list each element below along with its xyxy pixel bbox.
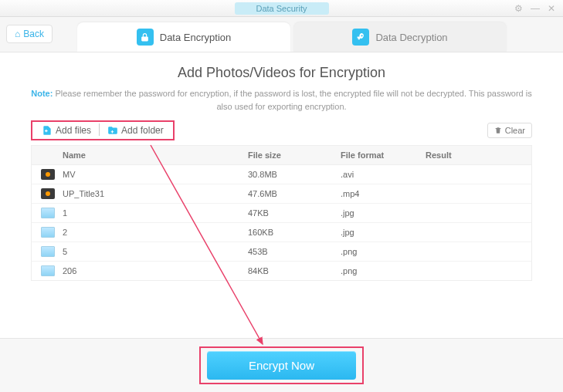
file-add-icon: [42, 125, 53, 136]
video-file-icon: [41, 188, 55, 199]
note-body: Please remember the password for encrypt…: [53, 89, 531, 111]
header-name: Name: [32, 150, 248, 160]
table-row[interactable]: UP_Title3147.6MB.mp4: [32, 184, 531, 204]
cell-size: 84KB: [248, 266, 341, 275]
image-file-icon: [41, 227, 55, 238]
key-icon: [352, 29, 369, 46]
titlebar: Data Security ⚙ — ✕: [0, 0, 563, 17]
home-icon: ⌂: [15, 29, 20, 39]
header-format: File format: [341, 150, 426, 160]
cell-format: .mp4: [341, 189, 426, 198]
table-row[interactable]: 20684KB.png: [32, 262, 531, 280]
cell-format: .avi: [341, 170, 426, 179]
add-files-button[interactable]: Add files: [37, 123, 96, 137]
add-group-highlight: Add files Add folder: [31, 120, 175, 140]
tab-data-encryption[interactable]: Data Encryption: [77, 22, 290, 52]
cell-size: 47KB: [248, 208, 341, 218]
file-table: Name File size File format Result MV30.8…: [31, 145, 532, 281]
note-label: Note:: [31, 89, 53, 98]
tab-label: Data Decryption: [375, 32, 447, 43]
encrypt-now-button[interactable]: Encrypt Now: [207, 351, 356, 380]
table-row[interactable]: 147KB.jpg: [32, 204, 531, 223]
image-file-icon: [41, 246, 55, 257]
table-header: Name File size File format Result: [32, 146, 531, 165]
folder-add-icon: [107, 125, 118, 136]
encrypt-highlight: Encrypt Now: [199, 346, 364, 384]
tab-strip: ⌂ Back Data Encryption Data Decryption: [0, 17, 563, 52]
back-label: Back: [23, 29, 44, 39]
cell-name: 206: [63, 266, 248, 275]
cell-size: 30.8MB: [248, 170, 341, 179]
trash-icon: [494, 127, 502, 134]
settings-icon[interactable]: ⚙: [514, 3, 523, 14]
minimize-icon[interactable]: —: [531, 3, 540, 14]
separator: [99, 123, 100, 136]
clear-label: Clear: [505, 126, 525, 135]
lock-icon: [137, 29, 154, 46]
header-result: Result: [426, 150, 531, 160]
cell-name: MV: [63, 170, 248, 179]
add-files-label: Add files: [56, 125, 91, 136]
window-controls: ⚙ — ✕: [514, 3, 563, 14]
window-title: Data Security: [234, 2, 328, 15]
cell-name: 1: [63, 208, 248, 218]
table-body: MV30.8MB.aviUP_Title3147.6MB.mp4147KB.jp…: [32, 165, 531, 280]
add-folder-button[interactable]: Add folder: [103, 123, 168, 137]
cell-format: .jpg: [341, 208, 426, 218]
cell-format: .png: [341, 247, 426, 256]
tab-label: Data Encryption: [160, 32, 232, 43]
video-file-icon: [41, 169, 55, 180]
tabs: Data Encryption Data Decryption: [77, 22, 510, 52]
cell-name: 5: [63, 247, 248, 256]
cell-size: 160KB: [248, 228, 341, 237]
footer: Encrypt Now: [0, 338, 563, 392]
cell-size: 47.6MB: [248, 189, 341, 198]
image-file-icon: [41, 208, 55, 218]
table-row[interactable]: 5453B.png: [32, 242, 531, 262]
close-icon[interactable]: ✕: [548, 3, 555, 14]
table-row[interactable]: 2160KB.jpg: [32, 223, 531, 242]
add-folder-label: Add folder: [121, 125, 164, 136]
cell-format: .png: [341, 266, 426, 275]
cell-name: UP_Title31: [63, 189, 248, 198]
cell-size: 453B: [248, 247, 341, 256]
page-title: Add Photos/Videos for Encryption: [31, 65, 532, 81]
content-area: Add Photos/Videos for Encryption Note: P…: [0, 52, 563, 338]
back-button[interactable]: ⌂ Back: [6, 25, 53, 43]
tab-data-decryption[interactable]: Data Decryption: [293, 22, 507, 52]
header-size: File size: [248, 150, 341, 160]
note-text: Note: Please remember the password for e…: [31, 87, 532, 113]
cell-format: .jpg: [341, 228, 426, 237]
clear-button[interactable]: Clear: [487, 123, 532, 138]
toolbar: Add files Add folder Clear: [31, 120, 532, 140]
cell-name: 2: [63, 228, 248, 237]
table-row[interactable]: MV30.8MB.avi: [32, 165, 531, 184]
image-file-icon: [41, 265, 55, 276]
